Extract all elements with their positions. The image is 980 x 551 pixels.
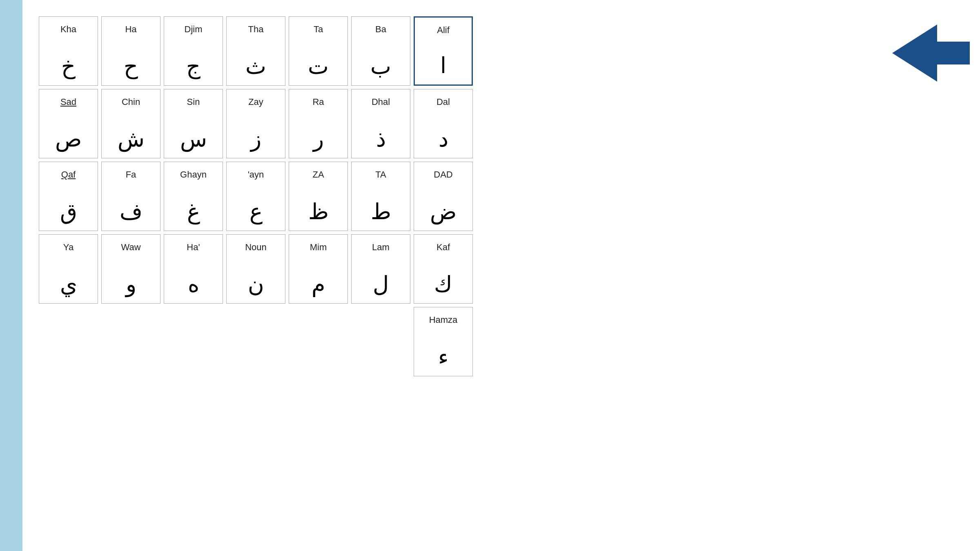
- cell-transliteration: DAD: [434, 169, 452, 180]
- cell-ha-[interactable]: Ha'ه: [164, 234, 223, 304]
- cell-transliteration: 'ayn: [248, 169, 264, 180]
- cell-arabic-letter: ج: [186, 55, 200, 77]
- cell-arabic-letter: ص: [55, 128, 82, 150]
- cell-transliteration: Dhal: [372, 97, 390, 107]
- cell-mim[interactable]: Mimم: [289, 234, 348, 304]
- cell-chin[interactable]: Chinش: [101, 89, 160, 158]
- cell-dhal[interactable]: Dhalذ: [351, 89, 410, 158]
- cell-arabic-letter: ب: [370, 55, 391, 77]
- cell-transliteration: Kha: [60, 24, 76, 35]
- cell-transliteration: Hamza: [429, 315, 458, 325]
- cell-za[interactable]: ZAظ: [289, 162, 348, 231]
- cell-lam[interactable]: Lamل: [351, 234, 410, 304]
- cell-transliteration: Ra: [312, 97, 324, 107]
- cell-transliteration: Qaf: [61, 169, 76, 180]
- cell-arabic-letter: ه: [188, 273, 199, 295]
- cell-transliteration: Sad: [60, 97, 76, 107]
- cell-transliteration: Mim: [310, 242, 327, 253]
- cell-arabic-letter: ء: [438, 346, 448, 368]
- alphabet-row-2: QafقFaفGhaynغ'aynعZAظTAطDADض: [39, 162, 874, 231]
- cell-transliteration: Waw: [121, 242, 140, 253]
- cell-arabic-letter: ك: [434, 273, 452, 295]
- cell-transliteration: Ta: [314, 24, 323, 35]
- cell-arabic-letter: ع: [249, 200, 263, 222]
- cell-arabic-letter: ق: [60, 200, 77, 222]
- cell-arabic-letter: ن: [248, 273, 264, 295]
- cell-arabic-letter: د: [439, 128, 448, 150]
- cell-arabic-letter: س: [180, 128, 207, 150]
- cell-arabic-letter: ح: [124, 55, 138, 77]
- cell-transliteration: Lam: [372, 242, 390, 253]
- cell-tha[interactable]: Thaث: [226, 16, 285, 86]
- cell-sin[interactable]: Sinس: [164, 89, 223, 158]
- reading-direction-arrow: [890, 20, 972, 86]
- cell-transliteration: Tha: [248, 24, 264, 35]
- cell-transliteration: Ha: [125, 24, 136, 35]
- cell-zay[interactable]: Zayز: [226, 89, 285, 158]
- cell-transliteration: Sin: [187, 97, 200, 107]
- cell-ya[interactable]: Yaي: [39, 234, 98, 304]
- alphabet-row-1: SadصChinشSinسZayزRaرDhalذDalد: [39, 89, 874, 158]
- cell-transliteration: TA: [375, 169, 386, 180]
- cell-qaf[interactable]: Qafق: [39, 162, 98, 231]
- cell-transliteration: Noun: [245, 242, 267, 253]
- cell-transliteration: Ya: [63, 242, 74, 253]
- main-area: KhaخHaحDjimجThaثTaتBaبAlifاSadصChinشSinس…: [22, 0, 980, 551]
- cell--ayn[interactable]: 'aynع: [226, 162, 285, 231]
- cell-transliteration: Zay: [248, 97, 263, 107]
- cell-arabic-letter: م: [312, 273, 325, 295]
- hamza-row: Hamzaء: [39, 307, 874, 376]
- cell-arabic-letter: ز: [251, 128, 261, 150]
- cell-hamza[interactable]: Hamzaء: [414, 307, 473, 376]
- cell-arabic-letter: ل: [373, 273, 389, 295]
- alphabet-row-3: YaيWawوHa'هNounنMimمLamلKafك: [39, 234, 874, 304]
- cell-transliteration: Kaf: [437, 242, 450, 253]
- cell-ra[interactable]: Raر: [289, 89, 348, 158]
- cell-arabic-letter: غ: [187, 200, 200, 222]
- cell-arabic-letter: ط: [371, 200, 391, 222]
- cell-dal[interactable]: Dalد: [414, 89, 473, 158]
- cell-ba[interactable]: Baب: [351, 16, 410, 86]
- cell-ha[interactable]: Haح: [101, 16, 160, 86]
- sidebar-label: [5, 266, 18, 285]
- cell-arabic-letter: ا: [440, 54, 446, 76]
- alphabet-grid: KhaخHaحDjimجThaثTaتBaبAlifاSadصChinشSinس…: [39, 16, 874, 380]
- cell-arabic-letter: خ: [61, 55, 76, 77]
- cell-transliteration: Ghayn: [180, 169, 207, 180]
- cell-ta[interactable]: Taت: [289, 16, 348, 86]
- cell-alif[interactable]: Alifا: [414, 16, 473, 86]
- cell-transliteration: Ha': [187, 242, 200, 253]
- cell-arabic-letter: ذ: [376, 128, 386, 150]
- cell-arabic-letter: ف: [120, 200, 143, 222]
- cell-transliteration: Alif: [437, 25, 450, 36]
- cell-kha[interactable]: Khaخ: [39, 16, 98, 86]
- cell-arabic-letter: ث: [245, 55, 266, 77]
- sidebar: [0, 0, 22, 551]
- cell-noun[interactable]: Nounن: [226, 234, 285, 304]
- cell-arabic-letter: ش: [118, 128, 145, 150]
- cell-arabic-letter: ت: [308, 55, 329, 77]
- alphabet-row-0: KhaخHaحDjimجThaثTaتBaبAlifا: [39, 16, 874, 86]
- cell-transliteration: Fa: [126, 169, 136, 180]
- cell-ta[interactable]: TAط: [351, 162, 410, 231]
- cell-waw[interactable]: Wawو: [101, 234, 160, 304]
- cell-arabic-letter: ي: [60, 273, 77, 295]
- cell-transliteration: Chin: [122, 97, 140, 107]
- cell-arabic-letter: ض: [430, 200, 457, 222]
- cell-dad[interactable]: DADض: [414, 162, 473, 231]
- cell-ghayn[interactable]: Ghaynغ: [164, 162, 223, 231]
- cell-transliteration: Dal: [437, 97, 450, 107]
- cell-sad[interactable]: Sadص: [39, 89, 98, 158]
- cell-arabic-letter: ظ: [308, 200, 329, 222]
- cell-transliteration: Djim: [185, 24, 203, 35]
- svg-marker-0: [892, 24, 970, 82]
- cell-transliteration: ZA: [312, 169, 324, 180]
- cell-fa[interactable]: Faف: [101, 162, 160, 231]
- cell-transliteration: Ba: [375, 24, 386, 35]
- cell-arabic-letter: و: [126, 273, 136, 295]
- cell-djim[interactable]: Djimج: [164, 16, 223, 86]
- cell-kaf[interactable]: Kafك: [414, 234, 473, 304]
- cell-arabic-letter: ر: [313, 128, 324, 150]
